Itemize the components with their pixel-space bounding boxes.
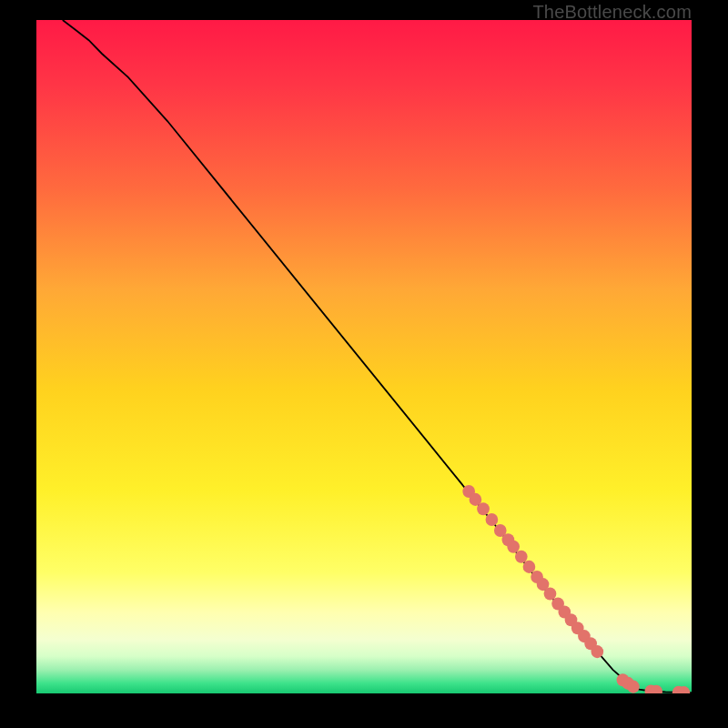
- scatter-point: [591, 645, 603, 658]
- scatter-point: [486, 513, 499, 526]
- scatter-point: [627, 681, 640, 693]
- scatter-point: [507, 541, 520, 553]
- chart-svg: [36, 20, 692, 693]
- main-curve-path: [63, 20, 692, 693]
- scatter-point: [477, 502, 490, 515]
- scatter-point: [515, 551, 528, 563]
- chart-stage: TheBottleneck.com: [0, 0, 728, 728]
- scatter-point: [523, 561, 536, 573]
- plot-area: [36, 20, 692, 693]
- scatter-points: [462, 485, 690, 693]
- scatter-point: [544, 587, 557, 600]
